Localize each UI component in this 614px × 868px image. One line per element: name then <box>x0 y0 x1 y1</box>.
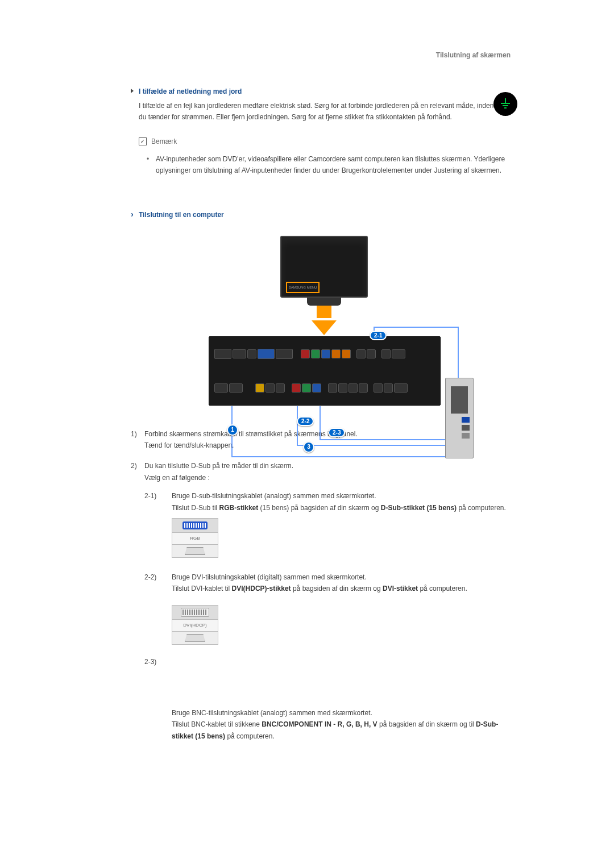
monitor-tag: SAMSUNG MENU <box>286 282 320 293</box>
connection-diagram: SAMSUNG MENU <box>209 236 439 406</box>
substep-2-3: 2-3) <box>144 656 517 667</box>
text: på bagsiden af din skærm og <box>291 585 383 592</box>
substep-2-3-extra: Bruge BNC-tilslutningskablet (analogt) s… <box>144 707 517 742</box>
bold-text: DVI-stikket <box>383 585 418 592</box>
substep-number: 2-3) <box>144 656 172 667</box>
substep-number: 2-1) <box>144 490 172 558</box>
port <box>331 349 341 358</box>
badge-2-2: 2-2 <box>297 416 314 426</box>
port <box>338 383 347 393</box>
pc-tower-grille <box>451 386 468 414</box>
badge-1: 1 <box>227 424 238 436</box>
badge-2-3: 2-3 <box>328 428 345 437</box>
port <box>302 383 311 393</box>
step-number: 2) <box>131 460 144 742</box>
port <box>247 349 256 358</box>
document-page: Tilslutning af skærmen I tilfælde af net… <box>0 0 614 868</box>
substep-title: Bruge D-sub-tilslutningskablet (analogt)… <box>172 490 517 502</box>
text: på computeren. <box>225 732 275 740</box>
list-item: AV-inputenheder som DVD'er, videoafspill… <box>147 153 517 177</box>
substep-title: Bruge BNC-tilslutningskablet (analogt) s… <box>172 707 517 719</box>
bold-text: RGB-stikket <box>219 504 259 512</box>
port <box>381 349 391 358</box>
substep-text: Tilslut D-Sub til RGB-stikket (15 bens) … <box>172 502 517 514</box>
pc-tower-port <box>462 417 470 423</box>
port <box>349 383 358 393</box>
pc-tower <box>445 378 474 458</box>
cable-line <box>297 406 298 446</box>
port <box>312 383 321 393</box>
substep-number: 2-2) <box>144 571 172 645</box>
section1-heading: I tilfælde af netledning med jord <box>131 87 517 95</box>
substep-body: Bruge D-sub-tilslutningskablet (analogt)… <box>172 490 517 558</box>
port <box>301 349 310 358</box>
step-number: 1) <box>131 428 144 452</box>
connector-plug <box>172 606 218 620</box>
cable-line <box>374 327 459 328</box>
section2-heading: Tilslutning til en computer <box>131 211 517 219</box>
port <box>292 383 301 393</box>
vga-plug-icon <box>182 521 208 529</box>
text: på bagsiden af din skærm og til <box>377 720 476 728</box>
pc-tower-port <box>462 433 470 439</box>
ground-icon <box>493 92 517 116</box>
port <box>342 349 351 358</box>
port <box>321 349 330 358</box>
port <box>359 383 368 393</box>
panel-row-top <box>209 337 440 371</box>
port <box>255 383 264 393</box>
port <box>356 349 366 358</box>
substep-spacer <box>144 707 172 742</box>
badge-3: 3 <box>303 441 314 453</box>
port <box>392 349 405 358</box>
badge-2-1: 2-1 <box>370 331 387 340</box>
pc-tower-port <box>462 425 470 431</box>
port <box>394 383 408 393</box>
connector-trap <box>172 632 218 644</box>
text: på computeren. <box>457 504 506 512</box>
cable-line <box>320 439 462 440</box>
step-body: Du kan tilslutte D-Sub på tre måder til … <box>144 460 517 742</box>
port <box>374 383 383 393</box>
port <box>214 383 228 393</box>
connector-plug <box>172 519 218 533</box>
step-2: 2) Du kan tilslutte D-Sub på tre måder t… <box>131 460 517 742</box>
substep-body <box>172 656 517 667</box>
note-label: ✓ Bemærk <box>139 137 177 145</box>
step-line: Du kan tilslutte D-Sub på tre måder til … <box>144 460 517 471</box>
cable-line <box>297 445 462 446</box>
port <box>384 383 393 393</box>
port <box>233 349 246 358</box>
connector-label: DVI(HDCP) <box>172 620 218 632</box>
text: Tilslut BNC-kablet til stikkene <box>172 720 262 728</box>
note-list: AV-inputenheder som DVD'er, videoafspill… <box>139 153 517 177</box>
text: Tilslut DVI-kablet til <box>172 585 232 592</box>
trap-icon <box>185 547 205 555</box>
page-title: Tilslutning af skærmen <box>131 51 517 59</box>
section1-body: I tilfælde af en fejl kan jordlederen me… <box>131 100 517 123</box>
port <box>229 383 243 393</box>
monitor-illustration: SAMSUNG MENU <box>280 236 368 298</box>
substep-2-1: 2-1) Bruge D-sub-tilslutningskablet (ana… <box>144 490 517 558</box>
port <box>258 349 275 359</box>
port <box>265 383 275 393</box>
connector-trap <box>172 545 218 557</box>
port <box>311 349 320 358</box>
bold-text: D-Sub-stikket (15 bens) <box>381 504 457 512</box>
port <box>367 349 376 358</box>
rgb-connector-diagram: RGB <box>172 518 218 558</box>
connector-label: RGB <box>172 533 218 545</box>
dvi-connector-diagram: DVI(HDCP) <box>172 605 218 645</box>
steps-list: 1) Forbind skærmens strømkabel til strøm… <box>131 428 517 742</box>
substep-2-2: 2-2) Bruge DVI-tilslutningskablet (digit… <box>144 571 517 645</box>
panel-row-bottom <box>209 371 440 405</box>
substep-text: Tilslut DVI-kablet til DVI(HDCP)-stikket… <box>172 583 517 594</box>
substep-text: Tilslut BNC-kablet til stikkene BNC/COMP… <box>172 719 517 742</box>
monitor-stand <box>307 298 341 306</box>
cable-line <box>231 456 470 457</box>
rear-panel <box>209 336 441 406</box>
bold-text: BNC/COMPONENT IN - R, G, B, H, V <box>262 720 377 728</box>
text: på computeren. <box>418 585 467 592</box>
cable-line <box>320 406 321 440</box>
arrow-down-icon <box>312 320 337 335</box>
